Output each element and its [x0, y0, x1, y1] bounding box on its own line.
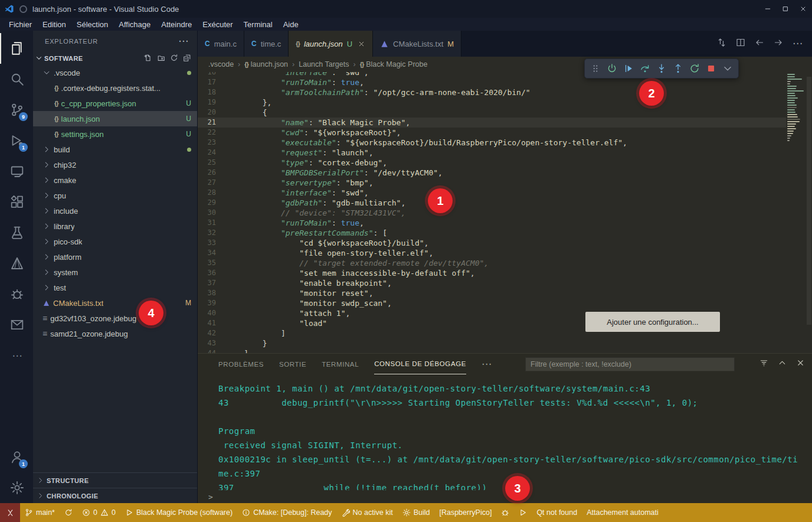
activity-testing[interactable]	[0, 217, 33, 248]
status-debug-config[interactable]: Black Magic Probe (software)	[120, 503, 237, 522]
step-into-button[interactable]	[654, 60, 669, 77]
navigate-forward-button[interactable]	[774, 38, 783, 50]
tree-item-vscode[interactable]: .vscode	[33, 65, 197, 80]
tree-item-cortex-debug-registers-stat[interactable]: {}.cortex-debug.registers.stat...	[33, 80, 197, 96]
tree-item-pico-sdk[interactable]: pico-sdk	[33, 234, 197, 249]
session-picker-button[interactable]	[720, 60, 735, 77]
status-cmake-launch[interactable]	[514, 503, 532, 522]
status-cmake-build[interactable]: Build	[398, 503, 435, 522]
filter-lines-button[interactable]	[759, 358, 768, 370]
step-out-button[interactable]	[670, 60, 686, 77]
activity-extensions[interactable]	[0, 187, 33, 217]
menu-terminal[interactable]: Terminal	[238, 20, 278, 29]
new-folder-button[interactable]	[157, 54, 165, 63]
menu-affichage[interactable]: Affichage	[113, 20, 156, 29]
stop-button[interactable]	[703, 60, 719, 77]
status-active-kit[interactable]: No active kit	[337, 503, 398, 522]
panel-tab-sortie[interactable]: SORTIE	[279, 354, 306, 374]
minimap[interactable]	[787, 74, 805, 141]
tree-item-include[interactable]: include	[33, 203, 197, 218]
status-git-branch[interactable]: main*	[20, 503, 60, 522]
menu-ex-cuter[interactable]: Exécuter	[197, 20, 238, 29]
tree-item-platform[interactable]: platform	[33, 249, 197, 265]
menu-atteindre[interactable]: Atteindre	[156, 20, 197, 29]
open-changes-button[interactable]	[717, 38, 726, 50]
explorer-section-header[interactable]: SOFTWARE	[33, 51, 197, 65]
tree-item-library[interactable]: library	[33, 218, 197, 234]
tree-item-settings-json[interactable]: {}settings.jsonU	[33, 126, 197, 142]
remote-indicator[interactable]	[0, 503, 20, 522]
code-editor[interactable]: 16 "interface": "swd",17 "runToMain": tr…	[198, 72, 812, 353]
tree-item-cmakelists-txt[interactable]: CMakeLists.txtM	[33, 295, 197, 311]
maximize-button[interactable]	[777, 0, 794, 18]
close-icon[interactable]	[358, 40, 365, 48]
restart-button[interactable]	[687, 60, 702, 77]
tree-item-test[interactable]: test	[33, 280, 197, 295]
status-cmake-status[interactable]: CMake: [Debug]: Ready	[237, 503, 336, 522]
breadcrumb-item-vscode[interactable]: .vscode	[208, 60, 234, 68]
maximize-panel-button[interactable]	[778, 358, 787, 370]
panel-tab-console-de-d-bogage[interactable]: CONSOLE DE DÉBOGAGE	[374, 354, 466, 374]
tree-item-build[interactable]: build	[33, 142, 197, 157]
minimize-button[interactable]	[759, 0, 777, 18]
add-configuration-button[interactable]: Ajouter une configuration...	[585, 312, 720, 332]
tree-item-c-cpp-properties-json[interactable]: {}c_cpp_properties.jsonU	[33, 96, 197, 111]
tree-item-cmake[interactable]: cmake	[33, 172, 197, 188]
editor-scrollbar[interactable]	[806, 72, 812, 353]
activity-settings[interactable]	[0, 472, 33, 503]
debug-console-input[interactable]: >	[198, 490, 812, 503]
tree-item-cpu[interactable]: cpu	[33, 188, 197, 203]
tab-main-c[interactable]: Cmain.c	[198, 31, 244, 57]
split-editor-button[interactable]	[736, 38, 745, 50]
activity-more-views[interactable]: ⋯	[0, 340, 33, 371]
status-problems[interactable]: 00	[77, 503, 120, 522]
activity-cortex-debug[interactable]	[0, 279, 33, 309]
menu-edition[interactable]: Edition	[37, 20, 71, 29]
section-chronologie[interactable]: CHRONOLOGIE	[33, 488, 197, 503]
tree-item-chip32[interactable]: chip32	[33, 157, 197, 172]
activity-run-and-debug[interactable]: 1	[0, 125, 33, 156]
collapse-all-button[interactable]	[183, 54, 191, 63]
tree-item-samd21-ozone-jdebug[interactable]: ≡samd21_ozone.jdebug	[33, 326, 197, 341]
activity-remote-explorer[interactable]	[0, 156, 33, 187]
tree-item-launch-json[interactable]: {}launch.jsonU	[33, 111, 197, 126]
breadcrumb-item-launch-json[interactable]: {}launch.json	[244, 60, 288, 68]
activity-cmake-tools[interactable]	[0, 248, 33, 279]
more-icon[interactable]: ⋯	[482, 359, 492, 369]
menu-s-lection[interactable]: Sélection	[71, 20, 113, 29]
status-qt-status[interactable]: Qt not found	[532, 503, 582, 522]
panel-tab-probl-mes[interactable]: PROBLÈMES	[218, 354, 264, 374]
breadcrumb-item-launch-targets[interactable]: Launch Targets	[299, 60, 349, 68]
new-file-button[interactable]	[144, 54, 152, 63]
menu-aide[interactable]: Aide	[278, 20, 304, 29]
more-actions-button[interactable]: ⋯	[793, 38, 803, 49]
continue-button[interactable]	[604, 60, 620, 77]
section-structure[interactable]: STRUCTURE	[33, 472, 197, 488]
tab-cmakelists-txt[interactable]: CMakeLists.txtM	[373, 31, 461, 57]
activity-packages[interactable]	[0, 309, 33, 340]
activity-source-control[interactable]: 9	[0, 94, 33, 125]
console-filter-input[interactable]	[525, 357, 735, 371]
activity-accounts[interactable]: 1	[0, 442, 33, 472]
refresh-button[interactable]	[170, 54, 178, 63]
more-icon[interactable]: ⋯	[178, 36, 189, 46]
status-auto-attach[interactable]: Attachement automati	[582, 503, 663, 522]
run-to-cursor-button[interactable]	[621, 60, 636, 77]
tab-launch-json[interactable]: {}launch.jsonU	[289, 31, 373, 57]
activity-explorer[interactable]	[0, 33, 33, 64]
tab-time-c[interactable]: Ctime.c	[244, 31, 289, 57]
status-cmake-debug[interactable]	[496, 503, 514, 522]
navigate-back-button[interactable]	[755, 38, 764, 50]
tree-item-gd32vf103-ozone-jdebug[interactable]: ≡gd32vf103_ozone.jdebug	[33, 311, 197, 326]
activity-search[interactable]	[0, 64, 33, 94]
close-button[interactable]	[794, 0, 812, 18]
breadcrumb-item-black-magic-probe[interactable]: {}Black Magic Probe	[360, 60, 428, 68]
drag-handle-button[interactable]	[588, 60, 603, 77]
step-over-button[interactable]	[637, 60, 653, 77]
menu-fichier[interactable]: Fichier	[4, 20, 37, 29]
status-sync[interactable]	[60, 503, 77, 522]
status-build-target[interactable]: [RaspberryPico]	[434, 503, 496, 522]
close-panel-button[interactable]	[796, 358, 805, 370]
tree-item-system[interactable]: system	[33, 265, 197, 280]
panel-tab-terminal[interactable]: TERMINAL	[322, 354, 359, 374]
